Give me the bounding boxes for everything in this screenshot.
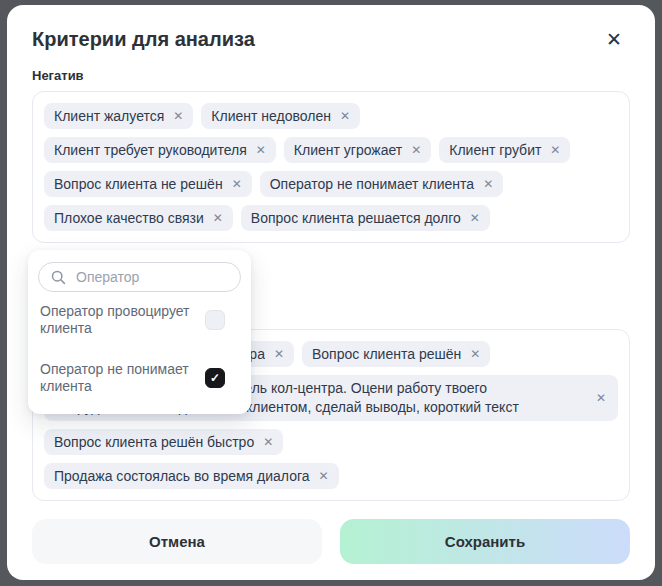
tag-row: Вопрос клиента решён быстро✕ — [44, 429, 618, 455]
tag-chip: Вопрос клиента не решён✕ — [44, 171, 252, 197]
dropdown-search — [38, 262, 241, 292]
tag-remove-icon[interactable]: ✕ — [340, 110, 350, 122]
search-input[interactable] — [74, 268, 228, 286]
tag-remove-icon[interactable]: ✕ — [483, 178, 493, 190]
criteria-modal: Критерии для анализа ✕ Негатив Клиент жа… — [7, 5, 655, 580]
tag-remove-icon[interactable]: ✕ — [596, 392, 606, 404]
dropdown-option[interactable]: Оператор провоцирует клиента — [38, 292, 241, 348]
section-label-negative: Негатив — [32, 68, 630, 83]
tag-label: Продажа состоялась во время диалога — [54, 468, 310, 484]
tag-remove-icon[interactable]: ✕ — [470, 348, 480, 360]
tag-label: Клиент требует руководителя — [54, 142, 247, 158]
tag-chip: Клиент жалуется✕ — [44, 103, 193, 129]
tag-chip: Клиент требует руководителя✕ — [44, 137, 276, 163]
tag-row: Клиент жалуется✕Клиент недоволен✕ — [44, 103, 618, 129]
dropdown-option-label: Оператор не понимает клиента — [40, 361, 197, 395]
checkbox-unchecked[interactable] — [205, 310, 225, 330]
search-icon — [51, 270, 66, 285]
tag-chip: Оператор не понимает клиента✕ — [260, 171, 504, 197]
tag-remove-icon[interactable]: ✕ — [263, 436, 273, 448]
tag-chip: Плохое качество связи✕ — [44, 205, 233, 231]
tag-label: Вопрос клиента решён быстро — [54, 434, 254, 450]
dropdown-options-list: Оператор провоцирует клиентаОператор не … — [38, 292, 241, 406]
tag-label: Оператор не понимает клиента — [270, 176, 474, 192]
tag-chip: Клиент грубит✕ — [439, 137, 570, 163]
tag-label: Клиент жалуется — [54, 108, 164, 124]
tag-remove-icon[interactable]: ✕ — [173, 110, 183, 122]
tag-chip: Вопрос клиента решён✕ — [302, 341, 490, 367]
save-button[interactable]: Сохранить — [340, 519, 630, 564]
tag-chip: Продажа состоялась во время диалога✕ — [44, 463, 339, 489]
tag-remove-icon[interactable]: ✕ — [411, 144, 421, 156]
modal-footer: Отмена Сохранить — [32, 519, 630, 564]
tag-remove-icon[interactable]: ✕ — [550, 144, 560, 156]
tag-label: Вопрос клиента решается долго — [251, 210, 461, 226]
modal-title: Критерии для анализа — [32, 27, 255, 51]
criteria-dropdown: Оператор провоцирует клиентаОператор не … — [28, 250, 251, 414]
tag-row: Продажа состоялась во время диалога✕ — [44, 463, 618, 489]
tag-label: Вопрос клиента решён — [312, 346, 461, 362]
dropdown-option-label: Оператор провоцирует клиента — [40, 303, 197, 337]
tag-label: Вопрос клиента не решён — [54, 176, 223, 192]
tag-row: Вопрос клиента не решён✕Оператор не пони… — [44, 171, 618, 197]
tag-label: Плохое качество связи — [54, 210, 204, 226]
cancel-button[interactable]: Отмена — [32, 519, 322, 564]
tag-chip: Вопрос клиента решается долго✕ — [241, 205, 490, 231]
tag-remove-icon[interactable]: ✕ — [274, 348, 284, 360]
page-background: Критерии для анализа ✕ Негатив Клиент жа… — [0, 0, 662, 586]
negative-tags-container: Клиент жалуется✕Клиент недоволен✕Клиент … — [32, 91, 630, 243]
dropdown-option[interactable]: Оператор не понимает клиента✓ — [38, 350, 241, 406]
tag-row: Плохое качество связи✕Вопрос клиента реш… — [44, 205, 618, 231]
tag-chip: Клиент угрожает✕ — [284, 137, 431, 163]
tag-label: Клиент угрожает — [294, 142, 402, 158]
modal-header: Критерии для анализа ✕ — [32, 27, 630, 51]
tag-remove-icon[interactable]: ✕ — [213, 212, 223, 224]
tag-chip: Клиент недоволен✕ — [201, 103, 360, 129]
tag-label: Клиент недоволен — [211, 108, 331, 124]
tag-chip: Вопрос клиента решён быстро✕ — [44, 429, 283, 455]
tag-row: Клиент требует руководителя✕Клиент угрож… — [44, 137, 618, 163]
tag-remove-icon[interactable]: ✕ — [470, 212, 480, 224]
tag-label: Клиент грубит — [449, 142, 541, 158]
tag-remove-icon[interactable]: ✕ — [256, 144, 266, 156]
tag-remove-icon[interactable]: ✕ — [232, 178, 242, 190]
checkbox-checked[interactable]: ✓ — [205, 368, 225, 388]
tag-remove-icon[interactable]: ✕ — [319, 470, 329, 482]
close-icon[interactable]: ✕ — [606, 30, 622, 49]
